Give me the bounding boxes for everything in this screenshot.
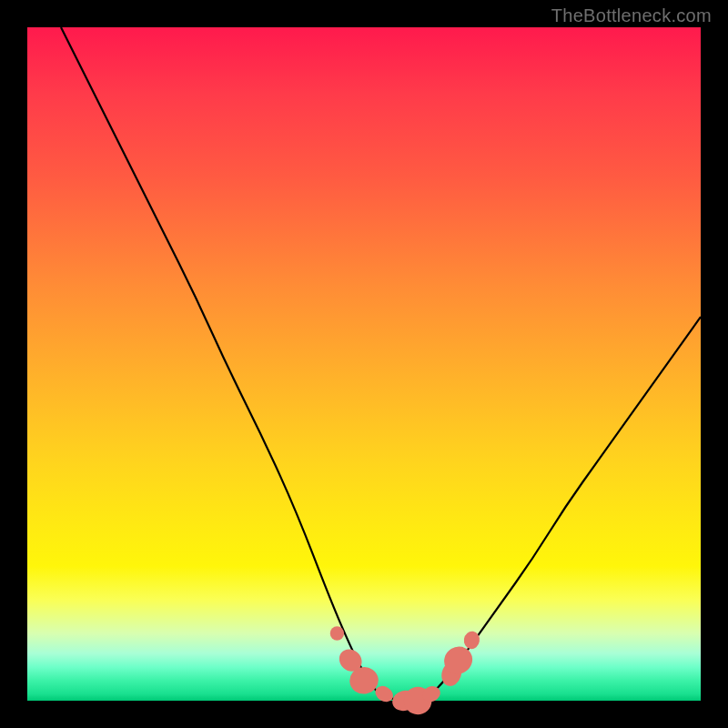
- chart-frame: TheBottleneck.com: [0, 0, 728, 728]
- valley-markers: [330, 626, 481, 719]
- valley-marker: [330, 626, 344, 640]
- plot-area: [27, 27, 701, 701]
- bottleneck-curve: [61, 27, 701, 701]
- curve-svg: [27, 27, 701, 701]
- watermark-text: TheBottleneck.com: [551, 5, 712, 26]
- valley-marker: [462, 630, 480, 650]
